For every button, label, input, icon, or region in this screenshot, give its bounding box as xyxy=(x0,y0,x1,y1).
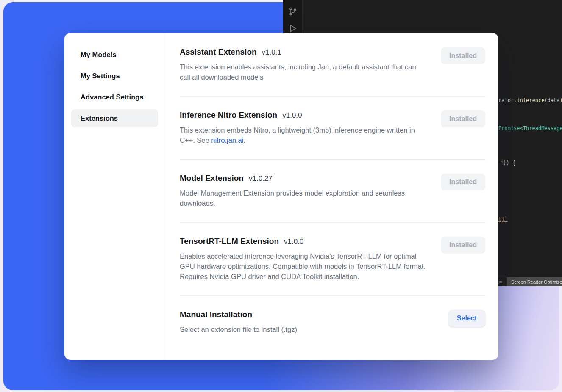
extensions-list: Assistant Extensionv1.0.1 This extension… xyxy=(165,33,498,360)
extension-info: Model Extensionv1.0.27 Model Management … xyxy=(180,174,428,208)
manual-installation-row: Manual Installation Select an extension … xyxy=(180,296,485,348)
extension-description: Select an extension file to install (.tg… xyxy=(180,324,428,334)
extension-version: v1.0.27 xyxy=(249,174,273,182)
installed-button[interactable]: Installed xyxy=(441,237,485,254)
sidebar-item-advanced-settings[interactable]: Advanced Settings xyxy=(71,88,158,106)
extension-title-line: Manual Installation xyxy=(180,310,428,319)
extension-name: Model Extension xyxy=(180,174,244,182)
extension-description: This extension enables assistants, inclu… xyxy=(180,62,428,82)
code-lines: 2 * The entrypoint for the plugin. 3 */ … xyxy=(303,1,562,36)
extension-description: Model Management Extension provides mode… xyxy=(180,188,428,208)
extension-name: Manual Installation xyxy=(180,310,252,319)
extension-info: TensortRT-LLM Extensionv1.0.0 Enables ac… xyxy=(180,237,428,282)
sidebar-item-my-models[interactable]: My Models xyxy=(71,46,158,64)
extension-info: Assistant Extensionv1.0.1 This extension… xyxy=(180,47,428,82)
extension-row-model: Model Extensionv1.0.27 Model Management … xyxy=(180,160,485,223)
code-fragment: ")) { xyxy=(500,160,515,166)
extension-name: Inference Nitro Extension xyxy=(180,110,277,119)
sidebar-item-my-settings[interactable]: My Settings xyxy=(71,67,158,85)
extension-title-line: Assistant Extensionv1.0.1 xyxy=(180,47,428,57)
code-line: 3 */ xyxy=(303,8,562,15)
settings-sidebar: My Models My Settings Advanced Settings … xyxy=(64,33,165,360)
extension-name: Assistant Extension xyxy=(180,47,257,56)
extension-row-tensorrt-llm: TensortRT-LLM Extensionv1.0.0 Enables ac… xyxy=(180,223,485,296)
nitro-jan-ai-link[interactable]: nitro.jan.ai xyxy=(211,136,243,144)
extension-title-line: TensortRT-LLM Extensionv1.0.0 xyxy=(180,237,428,246)
installed-button[interactable]: Installed xyxy=(441,174,485,190)
code-fragment: rator.inference(data)); xyxy=(498,97,562,103)
extension-version: v1.0.0 xyxy=(284,237,303,246)
sidebar-item-extensions[interactable]: Extensions xyxy=(71,109,158,127)
installed-button[interactable]: Installed xyxy=(441,47,485,64)
code-line: 4 xyxy=(303,15,562,22)
extension-description: This extension embeds Nitro, a lightweig… xyxy=(180,125,428,145)
extension-row-inference-nitro: Inference Nitro Extensionv1.0.0 This ext… xyxy=(180,97,485,160)
code-fragment: t}` xyxy=(498,216,508,222)
select-file-button[interactable]: Select xyxy=(448,310,485,327)
extension-title-line: Inference Nitro Extensionv1.0.0 xyxy=(180,110,428,120)
extension-title-line: Model Extensionv1.0.27 xyxy=(180,174,428,183)
extension-version: v1.0.0 xyxy=(282,111,302,119)
screen-reader-status-badge[interactable]: Screen Reader Optimized xyxy=(507,277,562,286)
code-fragment: Promise<ThreadMessage> xyxy=(498,125,562,131)
description-text: . xyxy=(243,136,245,144)
code-line: 5// Web / extension runtime xyxy=(303,22,562,29)
settings-modal: My Models My Settings Advanced Settings … xyxy=(64,33,498,360)
code-line: 2 * The entrypoint for the plugin. xyxy=(303,1,562,8)
extension-row-assistant: Assistant Extensionv1.0.1 This extension… xyxy=(180,47,485,97)
extension-name: TensortRT-LLM Extension xyxy=(180,237,279,246)
extension-version: v1.0.1 xyxy=(262,48,281,56)
extension-info: Manual Installation Select an extension … xyxy=(180,310,428,334)
extension-info: Inference Nitro Extensionv1.0.0 This ext… xyxy=(180,110,428,145)
installed-button[interactable]: Installed xyxy=(441,110,485,127)
source-control-icon[interactable] xyxy=(288,7,298,17)
extension-description: Enables accelerated inference leveraging… xyxy=(180,251,428,282)
